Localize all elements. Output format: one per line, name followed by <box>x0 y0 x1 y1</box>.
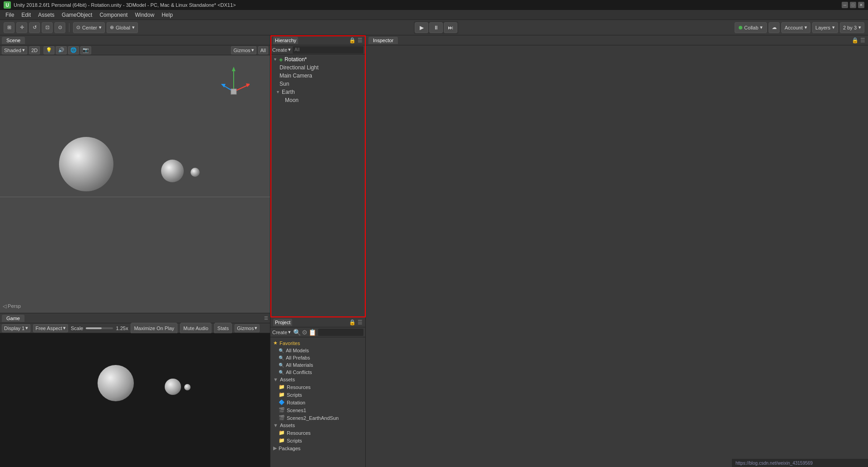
scene-icon-btn-3[interactable]: 🌐 <box>68 46 79 54</box>
proj-resources-folder[interactable]: 📁 Resources <box>270 383 365 391</box>
menu-window[interactable]: Window <box>131 11 158 19</box>
scenes1-label: Scenes1 <box>287 408 306 413</box>
main-area: Scene Shaded ▾ 2D 💡 🔊 🌐 📷 Gizm <box>0 35 868 467</box>
project-filter-icon[interactable]: ⚙ <box>302 329 308 336</box>
gizmos-dropdown[interactable]: Gizmos ▾ <box>231 46 256 54</box>
hierarchy-lock-icon[interactable]: 🔒 <box>349 37 356 44</box>
proj-favorites-header[interactable]: ★ Favorites <box>270 339 365 347</box>
move-tool-button[interactable]: ✛ <box>16 22 27 33</box>
shaded-dropdown[interactable]: Shaded ▾ <box>2 46 27 54</box>
hierarchy-tab[interactable]: Hierarchy <box>273 37 298 44</box>
gizmos-all-dropdown[interactable]: All <box>258 46 268 54</box>
play-button[interactable]: ▶ <box>415 22 428 33</box>
scale-tool-button[interactable]: ⊡ <box>42 22 53 33</box>
pivot-global-button[interactable]: ⊕ Global ▾ <box>107 22 138 33</box>
proj-all-materials[interactable]: 🔍 All Materials <box>270 361 365 369</box>
layers-button[interactable]: Layers ▾ <box>812 22 838 33</box>
rotate-tool-button[interactable]: ↺ <box>29 22 40 33</box>
maximize-on-play-button[interactable]: Maximize On Play <box>131 323 177 334</box>
menu-edit[interactable]: Edit <box>18 11 34 19</box>
menu-help[interactable]: Help <box>158 11 177 19</box>
scene-icon-btn-4[interactable]: 📷 <box>80 46 91 54</box>
proj-assets-header[interactable]: ▼ Assets <box>270 376 365 383</box>
maximize-button[interactable]: □ <box>850 2 856 8</box>
hierarchy-item-directional-light[interactable]: Directional Light <box>270 63 365 72</box>
proj-scenes2[interactable]: 🎬 Scenes2_EarthAndSun <box>270 414 365 422</box>
account-button[interactable]: Account ▾ <box>781 22 810 33</box>
close-button[interactable]: ✕ <box>858 2 864 8</box>
unity-logo: U <box>4 1 11 9</box>
display-dropdown[interactable]: Display 1 ▾ <box>2 324 30 332</box>
project-content: ★ Favorites 🔍 All Models 🔍 All Prefabs 🔍… <box>270 337 365 467</box>
hierarchy-tab-bar: Hierarchy 🔒 ☰ <box>270 35 365 45</box>
menu-file[interactable]: File <box>2 11 18 19</box>
hierarchy-item-rotation[interactable]: ▼ ◈ Rotation* <box>270 55 365 63</box>
cloud-button[interactable]: ☁ <box>769 22 780 33</box>
scene-icon-btn-2[interactable]: 🔊 <box>56 46 67 54</box>
proj-all-prefabs[interactable]: 🔍 All Prefabs <box>270 354 365 361</box>
collab-button[interactable]: Collab ▾ <box>735 22 767 33</box>
hierarchy-create-button[interactable]: Create ▾ <box>272 47 291 53</box>
menu-component[interactable]: Component <box>96 11 131 19</box>
proj-rotation-asset[interactable]: 🔷 Rotation <box>270 399 365 406</box>
scene-tab[interactable]: Scene <box>2 37 25 44</box>
menu-gameobject[interactable]: GameObject <box>58 11 96 19</box>
inspector-lock-icon[interactable]: 🔒 <box>852 37 858 44</box>
project-lock-icon[interactable]: 🔒 <box>349 319 356 326</box>
aspect-dropdown[interactable]: Free Aspect ▾ <box>33 324 68 332</box>
hierarchy-item-moon[interactable]: Moon <box>270 96 365 104</box>
proj-scripts-folder[interactable]: 📁 Scripts <box>270 391 365 399</box>
rect-tool-button[interactable]: ⊙ <box>54 22 65 33</box>
proj-packages-header[interactable]: ▶ Packages <box>270 444 365 452</box>
hierarchy-item-earth[interactable]: ▼ Earth <box>270 88 365 96</box>
project-search-input[interactable] <box>318 329 363 336</box>
hierarchy-item-sun[interactable]: Sun <box>270 80 365 88</box>
pause-button[interactable]: ⏸ <box>429 22 443 33</box>
proj-scenes1[interactable]: 🎬 Scenes1 <box>270 406 365 414</box>
minimize-button[interactable]: ─ <box>842 2 848 8</box>
stats-button[interactable]: Stats <box>214 323 232 334</box>
game-gizmos-dropdown-icon: ▾ <box>255 325 257 331</box>
game-panel-menu-icon[interactable]: ☰ <box>264 316 268 321</box>
hierarchy-menu-icon[interactable]: ☰ <box>358 37 363 44</box>
project-tab[interactable]: Project <box>273 319 292 326</box>
proj-assets-scripts[interactable]: 📁 Scripts <box>270 437 365 444</box>
proj-all-models[interactable]: 🔍 All Models <box>270 347 365 354</box>
inspector-content <box>366 45 868 467</box>
proj-assets-resources[interactable]: 📁 Resources <box>270 429 365 437</box>
hierarchy-search-input[interactable] <box>293 46 363 54</box>
project-create-button[interactable]: Create ▾ <box>272 329 291 335</box>
game-tab[interactable]: Game <box>2 315 25 322</box>
project-menu-icon[interactable]: ☰ <box>358 319 363 326</box>
all-conflicts-search-icon: 🔍 <box>279 370 284 375</box>
project-tree: ★ Favorites 🔍 All Models 🔍 All Prefabs 🔍… <box>270 337 365 467</box>
twod-button[interactable]: 2D <box>29 46 40 54</box>
hierarchy-toolbar: Create ▾ <box>270 45 365 54</box>
inspector-menu-icon[interactable]: ☰ <box>860 37 865 44</box>
project-search-icon[interactable]: 🔍 <box>293 329 301 336</box>
game-gizmos-dropdown[interactable]: Gizmos ▾ <box>235 324 260 332</box>
favorites-star-icon: ★ <box>273 340 278 346</box>
proj-assets-group-header[interactable]: ▼ Assets <box>270 422 365 429</box>
transform-gizmo <box>218 64 250 102</box>
center-icon: ⊙ <box>76 24 80 30</box>
pivot-center-button[interactable]: ⊙ Center ▾ <box>73 22 105 33</box>
game-viewport[interactable] <box>0 333 270 467</box>
mute-audio-button[interactable]: Mute Audio <box>180 323 211 334</box>
inspector-tab[interactable]: Inspector <box>368 37 398 44</box>
scene-toolbar: Shaded ▾ 2D 💡 🔊 🌐 📷 Gizmos ▾ <box>0 45 270 55</box>
assets-scripts-label: Scripts <box>287 438 302 443</box>
hand-tool-button[interactable]: ⊞ <box>4 22 15 33</box>
scene-viewport[interactable]: ◁ Persp <box>0 55 270 313</box>
hierarchy-item-main-camera[interactable]: Main Camera <box>270 72 365 80</box>
menu-assets[interactable]: Assets <box>34 11 58 19</box>
game-panel: Game ☰ Display 1 ▾ Free Aspect ▾ Scale 1… <box>0 313 270 467</box>
scene-icon-btn-1[interactable]: 💡 <box>44 46 54 54</box>
proj-all-conflicts[interactable]: 🔍 All Conflicts <box>270 369 365 376</box>
project-view-icon[interactable]: 📋 <box>309 329 316 336</box>
layout-button[interactable]: 2 by 3 ▾ <box>840 22 864 33</box>
hierarchy-create-dropdown-icon: ▾ <box>288 47 291 53</box>
scale-slider[interactable] <box>86 327 113 329</box>
step-button[interactable]: ⏭ <box>444 22 457 33</box>
persp-label: ◁ Persp <box>3 303 21 309</box>
